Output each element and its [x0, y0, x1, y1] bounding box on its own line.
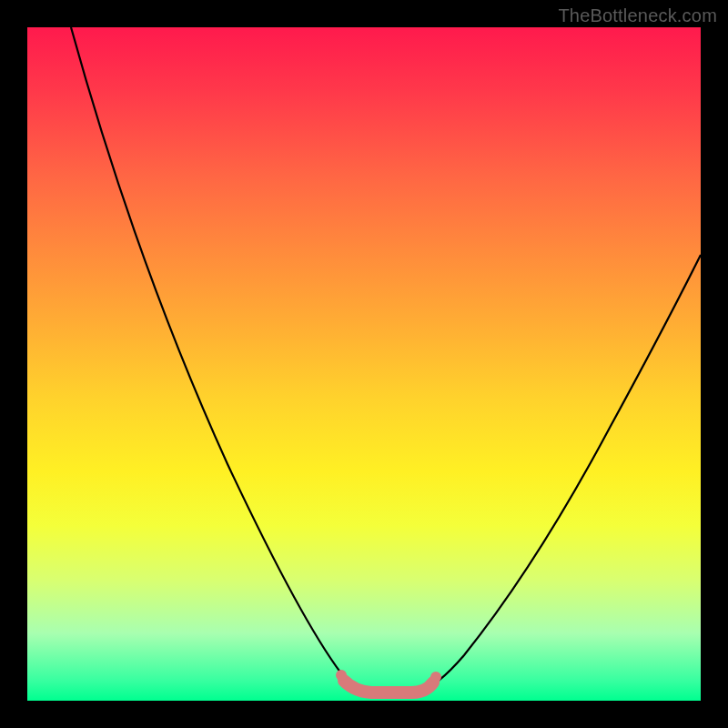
watermark-text: TheBottleneck.com — [558, 5, 717, 26]
plot-area — [27, 27, 701, 701]
curve-right-branch — [419, 255, 701, 692]
chart-frame: TheBottleneck.com — [0, 0, 728, 728]
optimal-zone-marker — [344, 681, 433, 693]
optimal-marker-dot-left — [336, 670, 347, 681]
optimal-marker-dot-right — [430, 672, 441, 682]
curve-left-branch — [71, 27, 364, 692]
bottleneck-curve-svg — [27, 27, 701, 701]
